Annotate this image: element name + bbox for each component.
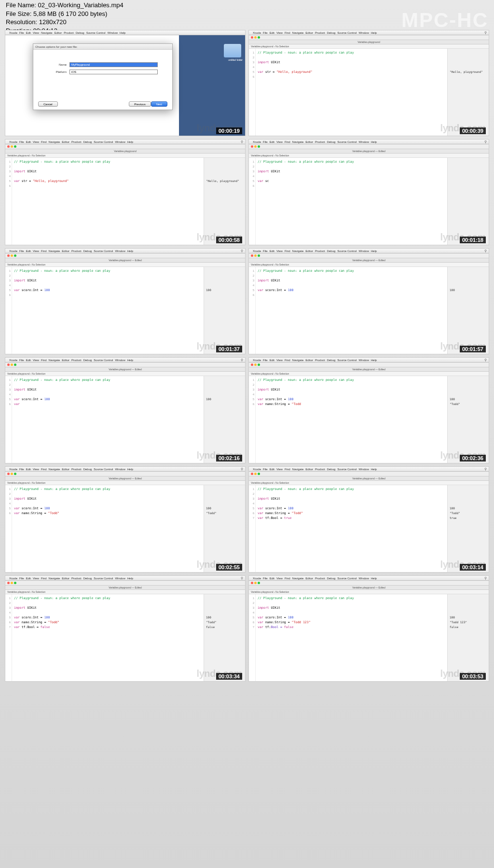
- code-editor[interactable]: // Playground - noun: a place where peop…: [12, 267, 204, 354]
- timestamp: 00:00:39: [460, 127, 486, 134]
- frame-10: XcodeFileEditViewFindNavigateEditorProdu…: [248, 466, 489, 573]
- frame-5: XcodeFileEditViewFindNavigateEditorProdu…: [5, 248, 246, 354]
- code-editor[interactable]: // Playground - noun: a place where peop…: [256, 158, 447, 245]
- menu-bar: XcodeFileEditViewNavigateEditorProductDe…: [5, 30, 245, 35]
- thumbnail-grid: XcodeFileEditViewNavigateEditorProductDe…: [5, 30, 489, 682]
- name-field[interactable]: MyPlayground: [69, 62, 158, 67]
- frame-1: XcodeFileEditViewNavigateEditorProductDe…: [5, 30, 246, 136]
- code-editor[interactable]: // Playground - noun: a place where peop…: [256, 267, 447, 354]
- dialog-title: Choose options for your new file:: [33, 44, 172, 50]
- new-file-dialog: Choose options for your new file: Name M…: [33, 43, 173, 110]
- frame-11: XcodeFileEditViewFindNavigateEditorProdu…: [5, 575, 246, 682]
- menu-bar: XcodeFileEditViewFindNavigateEditorProdu…: [249, 30, 489, 35]
- code-editor[interactable]: // Playground - noun: a place where peop…: [256, 49, 447, 136]
- platform-field[interactable]: iOS: [69, 70, 158, 74]
- frame-3: XcodeFileEditViewFindNavigateEditorProdu…: [5, 139, 246, 245]
- frame-2: XcodeFileEditViewFindNavigateEditorProdu…: [248, 30, 489, 136]
- frame-7: XcodeFileEditViewFindNavigateEditorProdu…: [5, 357, 246, 463]
- folder-label: untitled folder: [228, 58, 243, 61]
- breadcrumb: Variables.playground › No Selection: [249, 44, 489, 49]
- app-logo: MPC-HC: [401, 9, 488, 32]
- frame-8: XcodeFileEditViewFindNavigateEditorProdu…: [248, 357, 489, 463]
- frame-6: XcodeFileEditViewFindNavigateEditorProdu…: [248, 248, 489, 354]
- frame-12: XcodeFileEditViewFindNavigateEditorProdu…: [248, 575, 489, 682]
- timestamp: 00:00:19: [216, 127, 242, 134]
- folder-icon: [224, 44, 241, 57]
- previous-button[interactable]: Previous: [129, 101, 151, 107]
- search-icon[interactable]: ⚲: [484, 31, 487, 35]
- next-button[interactable]: Next: [151, 101, 167, 107]
- code-editor[interactable]: // Playground - noun: a place where peop…: [256, 485, 447, 572]
- code-editor[interactable]: // Playground - noun: a place where peop…: [12, 594, 204, 681]
- frame-4: XcodeFileEditViewFindNavigateEditorProdu…: [248, 139, 489, 245]
- code-editor[interactable]: // Playground - noun: a place where peop…: [12, 376, 204, 463]
- code-editor[interactable]: // Playground - noun: a place where peop…: [256, 376, 447, 463]
- code-editor[interactable]: // Playground - noun: a place where peop…: [12, 485, 204, 572]
- code-editor[interactable]: // Playground - noun: a place where peop…: [256, 594, 447, 681]
- search-icon[interactable]: ⚲: [241, 140, 243, 144]
- cancel-button[interactable]: Cancel: [38, 101, 58, 107]
- code-editor[interactable]: // Playground - noun: a place where peop…: [12, 158, 204, 245]
- search-icon[interactable]: ⚲: [484, 140, 487, 144]
- frame-9: XcodeFileEditViewFindNavigateEditorProdu…: [5, 466, 246, 573]
- tab-bar: Variables.playground: [249, 40, 489, 44]
- platform-label: Platform: [48, 70, 69, 73]
- name-label: Name: [48, 63, 69, 66]
